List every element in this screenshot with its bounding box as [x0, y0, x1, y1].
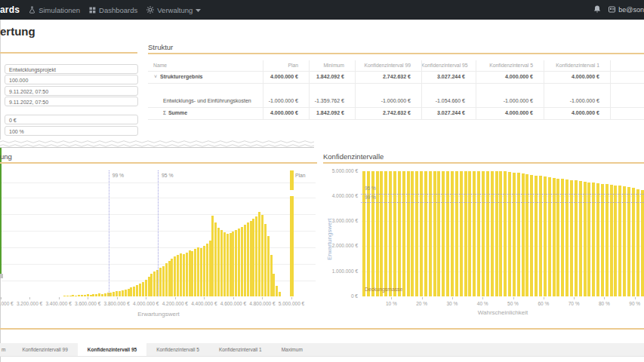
histogram-bar: [171, 259, 173, 296]
tab-item-1[interactable]: m: [0, 343, 12, 356]
table-cell: 4.000.000 €: [544, 71, 610, 83]
table-row-name[interactable]: Erträge über Projektlaufzeit 5 Jahre: [148, 83, 263, 95]
table-col-border: [610, 60, 611, 119]
x-tick-label: 4.000.000 €: [133, 301, 159, 306]
histogram-bar: [174, 256, 176, 296]
navbar-right: be@son: [593, 3, 644, 17]
konfidenz-bar: [499, 171, 502, 297]
row-expander-icon[interactable]: ˅: [154, 74, 157, 79]
y-tick-label: 2.000.000 €: [317, 243, 358, 248]
table-cell: 5.000.000 €: [544, 83, 610, 95]
brand-logo[interactable]: ards: [0, 5, 20, 15]
nav-item-dashboards[interactable]: Dashboards: [89, 6, 137, 14]
konfidenz-bar: [451, 171, 454, 297]
tab-item-6[interactable]: Maximum: [272, 343, 313, 356]
histogram-bar: [159, 268, 162, 296]
struktur-title: Struktur: [148, 43, 173, 51]
histogram-bar: [197, 247, 199, 296]
konfidenz-divider: [323, 162, 644, 164]
bell-icon[interactable]: [593, 3, 601, 17]
histogram-bar: [75, 296, 77, 296]
panel-field[interactable]: 0 €: [5, 115, 138, 124]
histogram-bar: [168, 261, 171, 296]
x-tick-mark: [262, 297, 263, 299]
histogram-cap-bar: [290, 170, 294, 190]
gear-icon: [146, 6, 154, 14]
x-tick-mark: [59, 297, 60, 299]
table-row-name[interactable]: ΣSumme: [148, 107, 263, 119]
table-row-name[interactable]: Entwicklungs- und Einführungskosten: [148, 95, 263, 107]
tab-item-4[interactable]: Konfidenzintervall 5: [146, 343, 209, 356]
table-header-cell: Konfidenzinterval 95: [421, 60, 476, 71]
histogram-bar: [139, 284, 141, 296]
table-header-cell: Konfidenzinterval 5: [476, 60, 544, 71]
confidence-line-label: 99 %: [112, 173, 125, 178]
konfidenz-bar: [393, 171, 396, 297]
user-badge[interactable]: be@son: [609, 6, 644, 14]
konfidenz-bar: [544, 176, 547, 296]
y-tick-label: 1.000.000 €: [317, 268, 358, 274]
histogram-bar: [148, 277, 150, 296]
panel-field[interactable]: 9.11.2022, 07:50: [5, 86, 138, 96]
x-tick-mark: [204, 297, 205, 299]
table-cell: 4.000.000 €: [476, 107, 544, 119]
table-row-name[interactable]: ˅Strukturergebnis: [148, 71, 263, 83]
table-header-cell: Name: [148, 60, 263, 71]
konfidenz-bar: [491, 171, 494, 297]
histogram-bar: [180, 253, 182, 296]
panel-field[interactable]: 100.000: [5, 75, 138, 84]
x-tick-label: 70 %: [569, 301, 580, 306]
histogram-bar: [261, 215, 263, 296]
histogram-bar: [209, 241, 211, 296]
histogram-cap-bar: [290, 196, 294, 296]
histogram-bar: [279, 292, 281, 296]
konfidenz-bar: [517, 173, 520, 296]
tab-item-2[interactable]: Konfidenzintervall 99: [12, 343, 77, 356]
bottom-divider: [0, 328, 644, 330]
table-cell: 4.000.000 €: [263, 71, 309, 83]
table-cell: 2.742.632 €: [355, 107, 421, 119]
konfidenz-bar: [437, 171, 440, 297]
x-tick-label: 5.000.000 €: [279, 301, 304, 306]
tab-item-3[interactable]: Konfidenzintervall 95: [78, 343, 146, 356]
plan-line: [0, 148, 2, 274]
nav-item-label: Simulationen: [39, 6, 80, 14]
tab-bar: mKonfidenzintervall 99Konfidenzintervall…: [0, 343, 644, 357]
x-tick-label: 80 %: [599, 301, 610, 306]
x-tick-mark: [604, 297, 605, 299]
deckungsmasse-label: Deckungsmasse: [365, 287, 402, 292]
x-tick-mark: [482, 297, 483, 299]
nav-item-simulationen[interactable]: Simulationen: [29, 6, 80, 14]
x-tick-label: 10 %: [386, 301, 397, 306]
app-page: ards SimulationenDashboardsVerwaltung be…: [0, 0, 644, 362]
histogram-bar: [230, 233, 232, 296]
panel-field[interactable]: 9.11.2022, 07:50: [5, 97, 138, 106]
histogram-bar: [267, 236, 270, 296]
x-tick-mark: [452, 297, 453, 299]
table-cell: 5.000.000 €: [263, 83, 309, 95]
id-card-icon: [609, 6, 615, 14]
histogram-bar: [95, 294, 97, 296]
tab-item-5[interactable]: Konfidenzintervall 1: [209, 343, 272, 356]
histogram-bar: [133, 287, 135, 296]
konfidenz-bar: [380, 171, 383, 297]
row-name-label: Strukturergebnis: [160, 74, 202, 79]
histogram-bar: [273, 274, 275, 296]
x-axis-line: [0, 147, 314, 148]
histogram-bar: [183, 254, 185, 296]
panel-field[interactable]: 100 %: [5, 126, 138, 136]
row-name-label: Summe: [168, 110, 187, 115]
table-cell: 1.842.092 €: [309, 107, 355, 119]
histogram-bar: [194, 249, 196, 296]
nav-items: SimulationenDashboardsVerwaltung: [20, 6, 201, 14]
row-name-label: Entwicklungs- und Einführungskosten: [163, 98, 251, 103]
panel-field[interactable]: Entwicklungsprojekt: [5, 64, 138, 74]
histogram-bar: [250, 221, 252, 296]
x-tick-label: 3.800.000 €: [104, 301, 130, 306]
histogram-bar: [206, 244, 208, 296]
nav-item-verwaltung[interactable]: Verwaltung: [146, 6, 201, 14]
konfidenz-bar: [429, 171, 432, 297]
table-row-border: [148, 119, 644, 120]
confidence-line: [361, 202, 644, 203]
caret-down-icon: [196, 8, 201, 12]
